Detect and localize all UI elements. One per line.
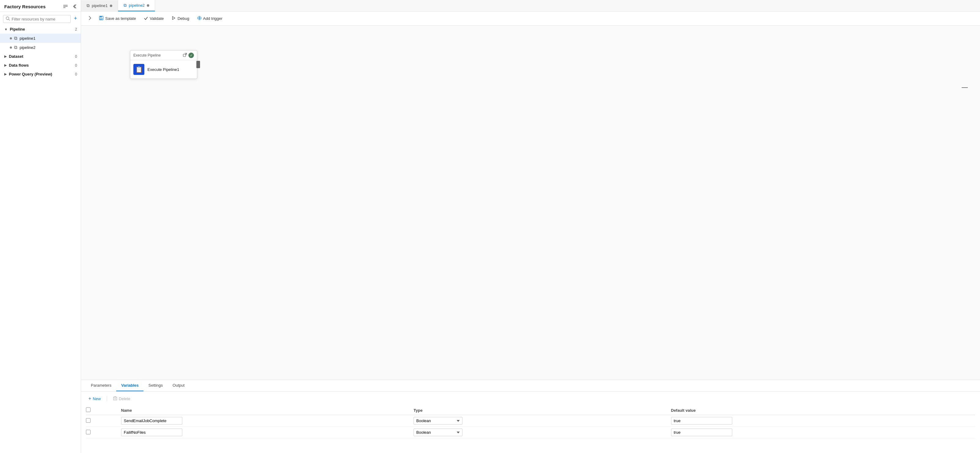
tab-pipeline1-label: pipeline1 bbox=[92, 3, 108, 8]
dataset-group-count: 0 bbox=[75, 54, 77, 59]
validate-button[interactable]: Validate bbox=[141, 14, 167, 23]
add-resource-button[interactable]: + bbox=[72, 15, 79, 22]
search-input[interactable] bbox=[12, 17, 68, 21]
save-template-icon bbox=[99, 16, 104, 21]
execute-pipeline-icon: 📋 bbox=[134, 64, 144, 75]
tab-pipeline2-modified-dot bbox=[147, 4, 149, 7]
select-all-checkbox[interactable] bbox=[86, 407, 91, 412]
tab-pipeline1-icon: ⧉ bbox=[87, 3, 90, 8]
sidebar-item-pipeline2[interactable]: ⧉ pipeline2 bbox=[0, 43, 81, 52]
svg-line-1 bbox=[9, 19, 10, 21]
collapse-icon[interactable] bbox=[62, 4, 69, 9]
tab-pipeline2[interactable]: ⧉ pipeline2 bbox=[118, 0, 155, 11]
dataflows-chevron-icon: ▶ bbox=[4, 63, 7, 67]
search-bar bbox=[3, 15, 71, 23]
search-icon bbox=[6, 16, 10, 21]
dataset-group-header[interactable]: ▶ Dataset 0 bbox=[0, 52, 81, 61]
powerquery-group-header[interactable]: ▶ Power Query (Preview) 0 bbox=[0, 70, 81, 79]
tab-pipeline1-modified-dot bbox=[110, 5, 112, 7]
pipeline2-pipeline-icon: ⧉ bbox=[14, 44, 18, 50]
sidebar: Factory Resources + ▼ Pipeline 2 bbox=[0, 0, 81, 453]
svg-point-0 bbox=[6, 17, 9, 19]
row1-type-select[interactable]: Boolean bbox=[414, 417, 463, 424]
dataflows-group-header[interactable]: ▶ Data flows 0 bbox=[0, 61, 81, 70]
save-template-label: Save as template bbox=[105, 16, 136, 21]
canvas-zoom-minus: — bbox=[962, 84, 968, 91]
row2-checkbox[interactable] bbox=[86, 430, 91, 434]
row1-default-input[interactable] bbox=[671, 417, 732, 424]
add-trigger-label: Add trigger bbox=[203, 16, 223, 21]
powerquery-group-count: 0 bbox=[75, 72, 77, 76]
row2-type-select[interactable]: Boolean bbox=[414, 429, 463, 436]
debug-label: Debug bbox=[177, 16, 189, 21]
pipeline1-status-dot bbox=[10, 37, 12, 40]
pipeline-card-header-icons: ✓ bbox=[183, 52, 194, 58]
row2-checkbox-cell bbox=[86, 427, 121, 438]
row1-checkbox[interactable] bbox=[86, 418, 91, 423]
pipeline-card-body: 📋 Execute Pipeline1 bbox=[130, 60, 197, 79]
card-success-icon: ✓ bbox=[188, 52, 194, 58]
powerquery-chevron-icon: ▶ bbox=[4, 72, 7, 76]
sidebar-item-pipeline1[interactable]: ⧉ pipeline1 bbox=[0, 33, 81, 43]
new-variable-plus-icon: + bbox=[88, 396, 91, 401]
pipeline-chevron-icon: ▼ bbox=[4, 27, 8, 31]
execute-pipeline-label: Execute Pipeline1 bbox=[148, 67, 179, 72]
table-row: Boolean bbox=[86, 415, 975, 427]
table-row: Boolean bbox=[86, 427, 975, 438]
pipeline-group-header[interactable]: ▼ Pipeline 2 bbox=[0, 25, 81, 33]
add-trigger-button[interactable]: Add trigger bbox=[194, 14, 226, 23]
bottom-tab-parameters[interactable]: Parameters bbox=[86, 380, 116, 391]
pipeline-card-header: Execute Pipeline ✓ bbox=[130, 51, 197, 60]
row2-name-input[interactable] bbox=[121, 429, 182, 436]
powerquery-group-label: Power Query (Preview) bbox=[9, 72, 52, 76]
dataset-chevron-icon: ▶ bbox=[4, 54, 7, 59]
bottom-tabs: Parameters Variables Settings Output bbox=[81, 380, 980, 391]
table-header-name: Name bbox=[121, 405, 414, 415]
bottom-tab-settings[interactable]: Settings bbox=[143, 380, 168, 391]
pipeline1-pipeline-icon: ⧉ bbox=[14, 35, 18, 41]
shrink-sidebar-icon[interactable] bbox=[71, 4, 78, 9]
dataflows-group-label: Data flows bbox=[9, 63, 29, 68]
row1-name-input[interactable] bbox=[121, 417, 182, 424]
svg-rect-3 bbox=[100, 16, 102, 17]
dataset-group-label: Dataset bbox=[9, 54, 23, 59]
pipeline-group-count: 2 bbox=[75, 27, 77, 32]
variables-toolbar: + New Delete bbox=[81, 391, 980, 405]
validate-label: Validate bbox=[150, 16, 164, 21]
execute-pipeline-card[interactable]: Execute Pipeline ✓ 📋 Execute Pipeline1 bbox=[130, 50, 197, 79]
pipeline2-status-dot bbox=[10, 46, 12, 49]
variables-table-wrap: Name Type Default value bbox=[81, 405, 980, 438]
debug-button[interactable]: Debug bbox=[169, 14, 192, 23]
row1-checkbox-cell bbox=[86, 415, 121, 427]
row2-name-cell bbox=[121, 427, 414, 438]
external-link-icon[interactable] bbox=[183, 53, 187, 58]
dataflows-group-count: 0 bbox=[75, 63, 77, 68]
toolbar: Save as template Validate Debug Add trig… bbox=[81, 12, 980, 26]
tab-pipeline2-label: pipeline2 bbox=[129, 3, 145, 8]
bottom-tab-variables[interactable]: Variables bbox=[116, 380, 143, 391]
table-header-checkbox-col bbox=[86, 405, 121, 415]
row1-type-cell: Boolean bbox=[414, 415, 671, 427]
row1-default-cell bbox=[671, 415, 975, 427]
canvas-area[interactable]: Execute Pipeline ✓ 📋 Execute Pipeline1 — bbox=[81, 26, 980, 380]
pipeline-group-label: Pipeline bbox=[10, 27, 25, 32]
delete-icon bbox=[113, 396, 117, 401]
toolbar-expand-button[interactable] bbox=[86, 15, 94, 22]
tab-pipeline1[interactable]: ⧉ pipeline1 bbox=[81, 0, 118, 11]
card-right-handle[interactable] bbox=[196, 61, 200, 68]
tabs-bar: ⧉ pipeline1 ⧉ pipeline2 bbox=[81, 0, 980, 12]
save-as-template-button[interactable]: Save as template bbox=[96, 14, 139, 23]
new-variable-button[interactable]: + New bbox=[86, 394, 103, 402]
pipeline1-label: pipeline1 bbox=[19, 36, 35, 41]
pipeline2-label: pipeline2 bbox=[19, 45, 35, 50]
row2-default-input[interactable] bbox=[671, 429, 732, 436]
row1-name-cell bbox=[121, 415, 414, 427]
bottom-tab-output[interactable]: Output bbox=[168, 380, 189, 391]
row2-default-cell bbox=[671, 427, 975, 438]
delete-variable-button[interactable]: Delete bbox=[111, 395, 133, 402]
tab-pipeline2-icon: ⧉ bbox=[124, 3, 127, 8]
validate-icon bbox=[144, 16, 148, 21]
sidebar-header-icons bbox=[62, 4, 78, 9]
tree-section: ▼ Pipeline 2 ⧉ pipeline1 ⧉ pipeline2 ▶ D… bbox=[0, 25, 81, 79]
add-trigger-icon bbox=[197, 16, 202, 21]
